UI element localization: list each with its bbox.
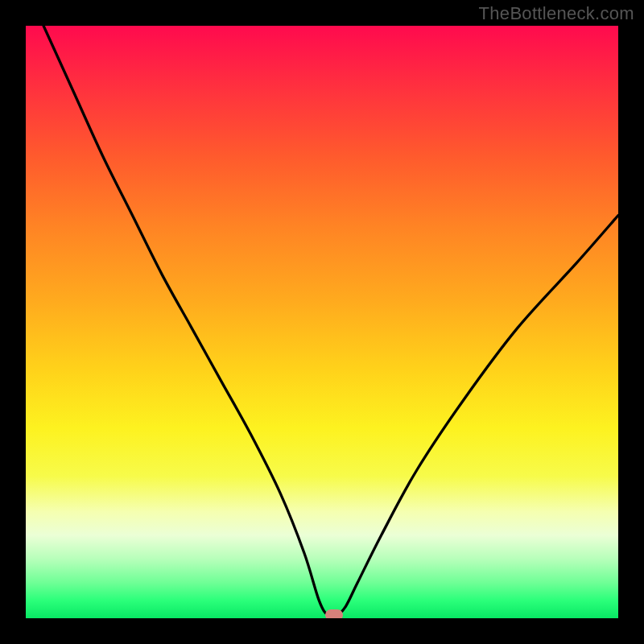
chart-frame: TheBottleneck.com	[0, 0, 644, 644]
plot-area	[26, 26, 618, 618]
watermark-label: TheBottleneck.com	[479, 3, 634, 24]
optimal-point-marker	[325, 609, 343, 618]
bottleneck-curve	[26, 26, 618, 618]
